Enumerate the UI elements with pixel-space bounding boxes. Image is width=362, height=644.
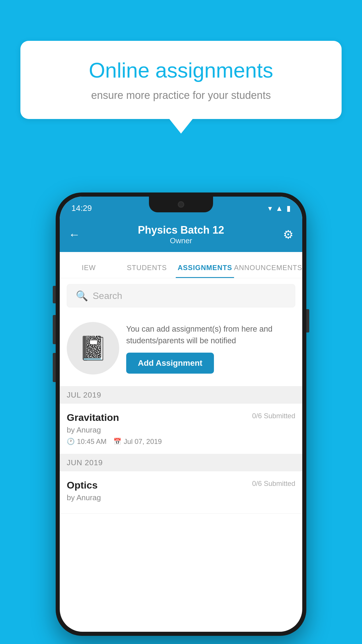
header-subtitle: Owner <box>138 236 224 245</box>
settings-button[interactable]: ⚙ <box>283 228 294 241</box>
phone-mockup: 14:29 ▾ ▲ ▮ ← Physics Batch 12 Owner ⚙ I… <box>56 192 306 636</box>
header-title-container: Physics Batch 12 Owner <box>138 224 224 245</box>
assignment-row-top: Gravitation 0/6 Submitted <box>67 412 295 423</box>
volume-up-button <box>53 315 56 344</box>
assignment-author-gravitation: by Anurag <box>67 426 295 435</box>
speech-bubble-subtitle: ensure more practice for your students <box>41 89 321 102</box>
status-icons: ▾ ▲ ▮ <box>268 204 291 213</box>
assignment-date-value: Jul 07, 2019 <box>124 438 162 446</box>
app-header: ← Physics Batch 12 Owner ⚙ <box>60 217 302 252</box>
month-section-jun: JUN 2019 <box>60 454 302 471</box>
tab-students[interactable]: STUDENTS <box>118 264 176 278</box>
add-assignment-button[interactable]: Add Assignment <box>126 353 214 374</box>
assignment-promo: 📓 You can add assignment(s) from here an… <box>60 313 302 386</box>
content-area: 🔍 Search 📓 You can add assignment(s) fro… <box>60 278 302 514</box>
month-label-jul: JUL 2019 <box>67 391 101 399</box>
back-button[interactable]: ← <box>68 228 80 241</box>
search-bar-container: 🔍 Search <box>60 278 302 313</box>
tab-bar: IEW STUDENTS ASSIGNMENTS ANNOUNCEMENTS <box>60 252 302 278</box>
speech-bubble-card: Online assignments ensure more practice … <box>20 41 342 119</box>
assignment-name-gravitation: Gravitation <box>67 412 119 423</box>
promo-content: You can add assignment(s) from here and … <box>126 323 295 374</box>
search-bar[interactable]: 🔍 Search <box>67 284 295 307</box>
search-placeholder: Search <box>93 290 122 301</box>
front-camera <box>178 201 184 208</box>
wifi-icon: ▾ <box>268 204 272 213</box>
search-icon: 🔍 <box>76 290 88 302</box>
power-button <box>306 309 309 332</box>
phone-screen: 14:29 ▾ ▲ ▮ ← Physics Batch 12 Owner ⚙ I… <box>60 197 302 632</box>
tab-assignments[interactable]: ASSIGNMENTS <box>176 264 234 278</box>
month-section-jul: JUL 2019 <box>60 386 302 404</box>
assignment-submitted-optics: 0/6 Submitted <box>252 480 295 488</box>
tab-iew[interactable]: IEW <box>60 264 118 278</box>
tab-announcements[interactable]: ANNOUNCEMENTS <box>234 264 302 278</box>
promo-icon-circle: 📓 <box>67 322 119 374</box>
status-time: 14:29 <box>71 204 92 213</box>
speech-bubble-section: Online assignments ensure more practice … <box>20 41 342 134</box>
volume-down-button <box>53 353 56 382</box>
assignment-item-optics[interactable]: Optics 0/6 Submitted by Anurag <box>60 471 302 514</box>
assignment-time-value: 10:45 AM <box>77 438 106 446</box>
phone-outer-shell: 14:29 ▾ ▲ ▮ ← Physics Batch 12 Owner ⚙ I… <box>56 192 306 636</box>
battery-icon: ▮ <box>287 204 291 213</box>
promo-text: You can add assignment(s) from here and … <box>126 323 295 347</box>
clock-icon: 🕐 <box>67 438 75 445</box>
volume-silent-button <box>53 286 56 303</box>
assignment-submitted-gravitation: 0/6 Submitted <box>252 412 295 420</box>
speech-bubble-title: Online assignments <box>41 58 321 82</box>
assignment-item-gravitation[interactable]: Gravitation 0/6 Submitted by Anurag 🕐 10… <box>60 404 302 454</box>
header-title: Physics Batch 12 <box>138 224 224 236</box>
assignment-row-top-optics: Optics 0/6 Submitted <box>67 480 295 491</box>
assignment-date: 📅 Jul 07, 2019 <box>113 438 162 446</box>
assignment-meta-gravitation: 🕐 10:45 AM 📅 Jul 07, 2019 <box>67 438 295 446</box>
calendar-icon: 📅 <box>113 438 121 445</box>
speech-bubble-arrow <box>169 119 193 134</box>
assignment-author-optics: by Anurag <box>67 493 295 502</box>
assignment-time: 🕐 10:45 AM <box>67 438 106 446</box>
assignment-name-optics: Optics <box>67 480 98 491</box>
phone-notch <box>149 197 213 212</box>
signal-icon: ▲ <box>275 204 283 213</box>
month-label-jun: JUN 2019 <box>67 458 103 467</box>
notebook-icon: 📓 <box>78 335 108 362</box>
